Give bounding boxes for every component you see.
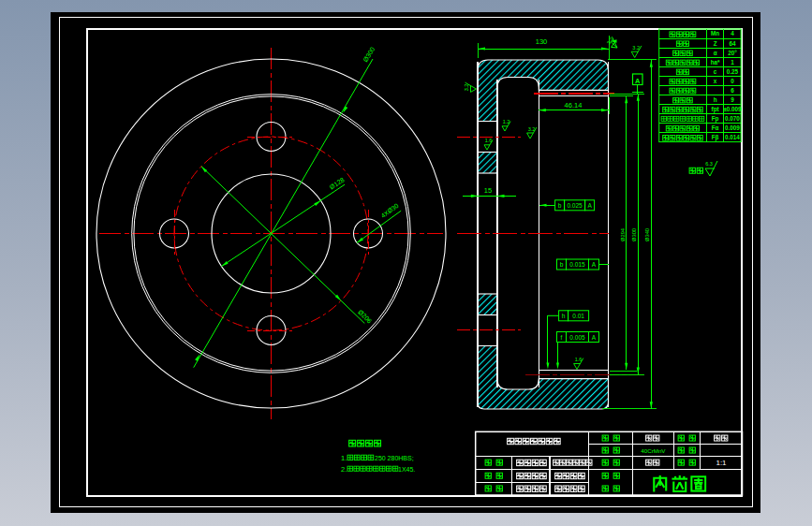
svg-text:Fp: Fp [712,115,719,123]
svg-text:h: h [562,313,566,319]
svg-text:9: 9 [731,96,734,103]
svg-text:0.009: 0.009 [725,124,740,131]
svg-text:40CrMnV: 40CrMnV [641,447,666,454]
svg-text:0.25: 0.25 [727,68,739,75]
svg-text:250 280HBS;: 250 280HBS; [375,455,414,461]
svg-text:0: 0 [731,78,734,84]
svg-text:6: 6 [731,87,734,94]
svg-text:A: A [635,77,641,85]
svg-text:A: A [587,202,592,209]
svg-text:Ø300: Ø300 [631,228,637,241]
svg-text:3.2: 3.2 [632,45,640,51]
svg-text:20°: 20° [728,50,737,56]
svg-text:A: A [592,334,597,341]
svg-text:0.025: 0.025 [567,202,583,209]
svg-text:Fα: Fα [712,124,719,131]
svg-text:4: 4 [731,30,734,37]
svg-text:0.01: 0.01 [572,313,584,319]
svg-text:x: x [714,78,717,84]
svg-text:Fβ: Fβ [712,134,719,141]
svg-text:b: b [558,202,562,209]
svg-text:ha*: ha* [711,59,720,66]
svg-text:1.2: 1.2 [503,119,510,124]
svg-text:Ø294: Ø294 [620,227,626,241]
svg-text:46.14: 46.14 [565,101,583,110]
svg-text:h: h [714,96,717,103]
svg-text:b: b [560,261,564,268]
svg-text:6.3: 6.3 [705,161,713,167]
svg-text:2.: 2. [341,465,347,474]
svg-text:0.015: 0.015 [569,261,585,268]
svg-text:1.6: 1.6 [575,357,583,362]
svg-text:1:1: 1:1 [716,459,727,467]
svg-text:f: f [561,334,563,341]
svg-text:3.2: 3.2 [464,84,469,92]
svg-text:±0.009: ±0.009 [723,106,742,112]
svg-text:fpt: fpt [712,106,720,113]
svg-text:1.: 1. [341,454,347,462]
svg-text:Mn: Mn [711,30,719,37]
svg-text:α: α [714,50,717,56]
svg-text:1: 1 [731,59,734,66]
svg-text:1.6: 1.6 [485,138,493,143]
svg-text:A: A [592,261,597,268]
svg-text:64: 64 [729,40,736,47]
svg-text:130: 130 [536,37,548,46]
svg-text:0.070: 0.070 [725,115,740,122]
svg-text:c: c [714,68,717,75]
svg-text:3.2: 3.2 [528,126,536,132]
svg-text:1X45.: 1X45. [398,466,415,473]
svg-text:0.014: 0.014 [725,134,740,140]
svg-text:0.005: 0.005 [569,334,585,341]
svg-text:Ø340: Ø340 [644,228,650,241]
svg-text:Z: Z [714,40,717,47]
svg-text:15: 15 [484,186,492,195]
